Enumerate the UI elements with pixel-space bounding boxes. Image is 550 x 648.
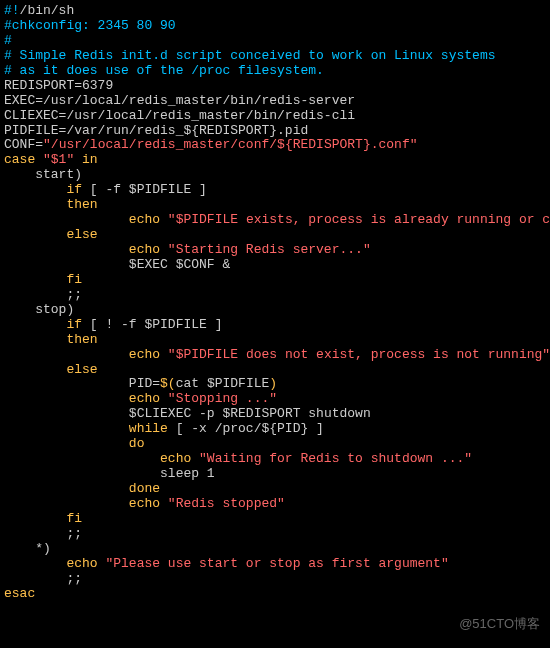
code-line: EXEC=/usr/local/redis_master/bin/redis-s… [4, 94, 546, 109]
code-line: echo "Redis stopped" [4, 497, 546, 512]
code-line: ;; [4, 288, 546, 303]
code-line: echo "Waiting for Redis to shutdown ..." [4, 452, 546, 467]
code-line: case "$1" in [4, 153, 546, 168]
code-line: echo "Starting Redis server..." [4, 243, 546, 258]
terminal-output: #!/bin/sh #chkconfig: 2345 80 90 # # Sim… [4, 4, 546, 602]
code-line: PIDFILE=/var/run/redis_${REDISPORT}.pid [4, 124, 546, 139]
code-line: fi [4, 273, 546, 288]
code-line: stop) [4, 303, 546, 318]
code-line: CONF="/usr/local/redis_master/conf/${RED… [4, 138, 546, 153]
code-line: echo "$PIDFILE exists, process is alread… [4, 213, 546, 228]
code-line: echo "Stopping ..." [4, 392, 546, 407]
code-line: $CLIEXEC -p $REDISPORT shutdown [4, 407, 546, 422]
code-line: ;; [4, 572, 546, 587]
code-line: CLIEXEC=/usr/local/redis_master/bin/redi… [4, 109, 546, 124]
code-line: else [4, 228, 546, 243]
code-line: *) [4, 542, 546, 557]
code-line: esac [4, 587, 546, 602]
code-line: then [4, 198, 546, 213]
code-line: $EXEC $CONF & [4, 258, 546, 273]
watermark: @51CTO博客 [459, 617, 540, 632]
code-line: if [ -f $PIDFILE ] [4, 183, 546, 198]
code-line: #!/bin/sh [4, 4, 546, 19]
code-line: echo "$PIDFILE does not exist, process i… [4, 348, 546, 363]
code-line: echo "Please use start or stop as first … [4, 557, 546, 572]
code-line: #chkconfig: 2345 80 90 [4, 19, 546, 34]
code-line: while [ -x /proc/${PID} ] [4, 422, 546, 437]
code-line: start) [4, 168, 546, 183]
code-line: REDISPORT=6379 [4, 79, 546, 94]
code-line: if [ ! -f $PIDFILE ] [4, 318, 546, 333]
code-line: done [4, 482, 546, 497]
code-line: # Simple Redis init.d script conceived t… [4, 49, 546, 64]
code-line: then [4, 333, 546, 348]
code-line: # as it does use of the /proc filesystem… [4, 64, 546, 79]
code-line: PID=$(cat $PIDFILE) [4, 377, 546, 392]
code-line: else [4, 363, 546, 378]
code-line: sleep 1 [4, 467, 546, 482]
code-line: # [4, 34, 546, 49]
code-line: ;; [4, 527, 546, 542]
code-line: fi [4, 512, 546, 527]
code-line: do [4, 437, 546, 452]
